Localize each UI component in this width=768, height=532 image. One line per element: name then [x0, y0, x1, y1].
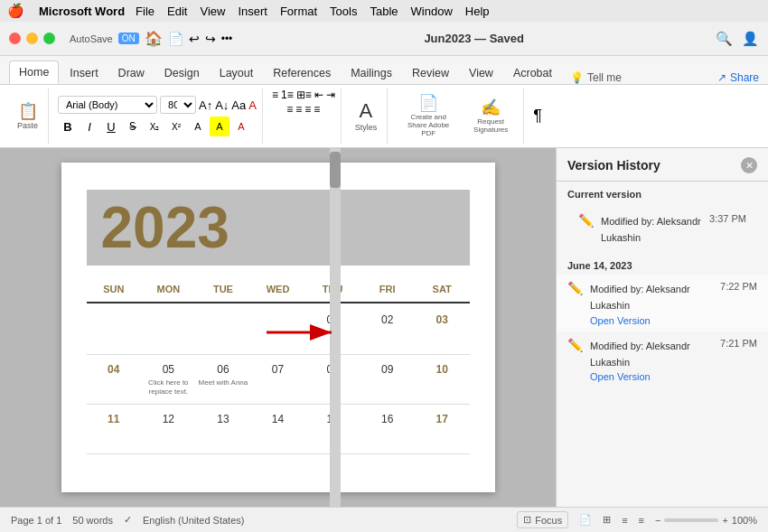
header-wed: WED: [250, 280, 305, 298]
request-signatures-button[interactable]: ✍️ Request Signatures: [464, 97, 518, 136]
tab-view[interactable]: View: [460, 62, 502, 84]
view-icon-3[interactable]: ≡: [622, 515, 627, 526]
superscript-button[interactable]: X²: [166, 117, 186, 136]
cal-cell-09: 09: [360, 359, 415, 400]
view-icon-4[interactable]: ≡: [639, 515, 644, 526]
italic-button[interactable]: I: [80, 117, 99, 136]
open-version-link-722[interactable]: Open Version: [590, 315, 713, 326]
minimize-button[interactable]: [26, 33, 38, 44]
more-icon[interactable]: •••: [221, 33, 233, 45]
cal-cell-04: 04: [87, 359, 142, 400]
header-sat: SAT: [415, 280, 470, 298]
apple-icon[interactable]: 🍎: [7, 3, 24, 19]
cal-cell-11: 11: [87, 408, 142, 450]
font-name-select[interactable]: Arial (Body): [58, 96, 157, 114]
tab-home[interactable]: Home: [9, 61, 59, 84]
font-group: Arial (Body) 80 A↑ A↓ Aa A B I U S̶ X₂ X…: [52, 89, 263, 144]
search-icon[interactable]: 🔍: [716, 31, 733, 47]
edit-icon-722[interactable]: ✏️: [567, 281, 583, 295]
version-time-721: 7:21 PM: [720, 338, 757, 349]
font-controls: Arial (Body) 80 A↑ A↓ Aa A B I U S̶ X₂ X…: [58, 96, 257, 136]
menu-file[interactable]: File: [136, 5, 155, 18]
cal-cell-14: 14: [250, 408, 305, 450]
font-color-a-icon[interactable]: A: [248, 98, 257, 112]
view-icon-2[interactable]: ⊞: [603, 514, 611, 526]
paste-button[interactable]: 📋 Paste: [13, 100, 42, 133]
font-increase-icon[interactable]: A↑: [199, 98, 212, 112]
status-right: ⊡ Focus 📄 ⊞ ≡ ≡ − + 100%: [517, 511, 757, 528]
bullets-icon[interactable]: ≡: [272, 89, 278, 101]
tab-mailings[interactable]: Mailings: [342, 62, 401, 84]
zoom-minus[interactable]: −: [655, 515, 660, 526]
cal-cell-17: 17: [415, 408, 470, 450]
undo-icon[interactable]: ↩: [189, 32, 200, 46]
tab-layout[interactable]: Layout: [211, 62, 263, 84]
edit-icon-current[interactable]: ✏️: [578, 213, 594, 228]
cal-week-2: 04 05 Click here to replace text. 06 Mee…: [87, 355, 470, 405]
styles-button[interactable]: A Styles: [351, 98, 382, 135]
cal-cell: [87, 309, 142, 350]
proofing-icon[interactable]: ✓: [124, 514, 132, 526]
menu-table[interactable]: Table: [370, 5, 398, 18]
menu-tools[interactable]: Tools: [330, 5, 357, 18]
highlight-button[interactable]: A: [210, 117, 229, 136]
multilevel-icon[interactable]: ⊞≡: [296, 89, 312, 101]
tab-insert[interactable]: Insert: [61, 62, 107, 84]
menu-view[interactable]: View: [200, 5, 225, 18]
home-icon[interactable]: 🏠: [145, 30, 163, 47]
autosave-badge: ON: [118, 33, 139, 44]
version-panel-close-button[interactable]: ✕: [741, 157, 757, 173]
increase-indent-icon[interactable]: ⇥: [326, 89, 335, 101]
profile-icon[interactable]: 👤: [742, 31, 759, 47]
font-color-button[interactable]: A: [231, 117, 251, 136]
tell-me[interactable]: 💡 Tell me: [570, 71, 622, 84]
view-icon-1[interactable]: 📄: [579, 514, 592, 526]
cal-cell: [196, 309, 251, 350]
version-by-721: Modified by: Aleksandr Lukashin: [590, 341, 690, 368]
justify-icon[interactable]: ≡: [314, 103, 320, 116]
close-button[interactable]: [9, 33, 21, 44]
font-size-select[interactable]: 80: [160, 96, 196, 114]
tab-design[interactable]: Design: [155, 62, 209, 84]
text-color-button[interactable]: A: [188, 117, 208, 136]
red-arrow-svg: [267, 322, 339, 343]
bold-button[interactable]: B: [58, 117, 78, 136]
version-date-label: June 14, 2023: [567, 260, 757, 271]
redo-icon[interactable]: ↪: [205, 32, 216, 46]
font-decrease-icon[interactable]: A↓: [215, 98, 229, 112]
subscript-button[interactable]: X₂: [145, 117, 164, 136]
tab-references[interactable]: References: [264, 62, 340, 84]
edit-icon-721[interactable]: ✏️: [567, 338, 583, 352]
menu-help[interactable]: Help: [465, 5, 490, 18]
strikethrough-button[interactable]: S̶: [123, 117, 143, 136]
share-button[interactable]: ↗ Share: [717, 71, 759, 84]
tab-acrobat[interactable]: Acrobat: [504, 62, 561, 84]
nav-icon[interactable]: 📄: [168, 32, 183, 46]
font-name-row: Arial (Body) 80 A↑ A↓ Aa A: [58, 96, 257, 114]
align-left-icon[interactable]: ≡: [286, 103, 293, 116]
menu-window[interactable]: Window: [411, 5, 453, 18]
menu-insert[interactable]: Insert: [238, 5, 267, 18]
version-item-722: ✏️ Modified by: Aleksandr Lukashin Open …: [557, 275, 768, 331]
zoom-plus[interactable]: +: [722, 515, 727, 526]
zoom-slider[interactable]: [664, 518, 718, 522]
align-center-icon[interactable]: ≡: [295, 103, 302, 116]
cal-note-anna: Meet with Anna: [198, 378, 249, 387]
focus-button[interactable]: ⊡ Focus: [517, 511, 568, 528]
tab-review[interactable]: Review: [403, 62, 458, 84]
format-buttons: B I U S̶ X₂ X² A A A: [58, 117, 257, 136]
menu-edit[interactable]: Edit: [167, 5, 187, 18]
menu-format[interactable]: Format: [280, 5, 317, 18]
scrollbar-thumb[interactable]: [330, 152, 341, 188]
zoom-level: 100%: [732, 515, 757, 526]
create-share-pdf-button[interactable]: 📄 Create and Share Adobe PDF: [397, 92, 460, 140]
fullscreen-button[interactable]: [43, 33, 55, 44]
align-right-icon[interactable]: ≡: [304, 103, 311, 116]
numbering-icon[interactable]: 1≡: [281, 89, 294, 101]
underline-button[interactable]: U: [101, 117, 121, 136]
paragraph-mark-icon[interactable]: ¶: [533, 107, 542, 126]
tab-draw[interactable]: Draw: [109, 62, 154, 84]
font-case-icon[interactable]: Aa: [231, 98, 246, 112]
decrease-indent-icon[interactable]: ⇤: [314, 89, 323, 101]
open-version-link-721[interactable]: Open Version: [590, 371, 713, 382]
